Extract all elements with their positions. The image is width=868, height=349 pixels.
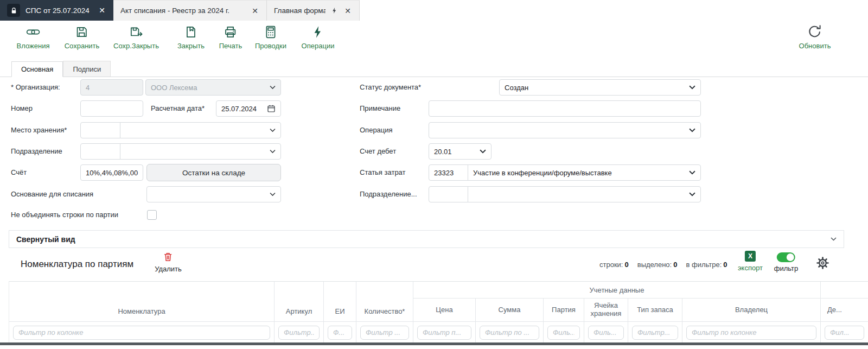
filter-cell [544, 322, 584, 343]
filter-input-extra[interactable] [825, 326, 864, 340]
attachments-button[interactable]: Вложения [17, 25, 50, 50]
print-button[interactable]: Печать [219, 25, 242, 50]
collapsed-view-bar[interactable]: Свернутый вид [9, 230, 844, 248]
gear-icon [816, 256, 829, 270]
toolbar-label: Обновить [799, 42, 831, 50]
column-header-quantity[interactable]: Количество* [356, 282, 413, 322]
calc-date-value: 25.07.2024 [221, 105, 257, 113]
printer-icon [224, 25, 238, 39]
filter-input-owner[interactable] [686, 326, 816, 340]
chevron-down-icon [480, 149, 486, 154]
column-header-stock-type[interactable]: Тип запаса [628, 299, 682, 322]
column-header-owner[interactable]: Владелец [682, 299, 821, 322]
tab-signatures[interactable]: Подписи [63, 61, 111, 77]
column-header-unit[interactable]: ЕИ [324, 282, 356, 322]
no-merge-checkbox[interactable] [147, 210, 157, 220]
organization-code-input[interactable]: 4 [80, 79, 143, 96]
storage-code-input[interactable] [80, 122, 120, 138]
operation-label: Операция [360, 122, 393, 138]
filter-cell [275, 322, 324, 343]
window-tab-document[interactable]: СПС от 25.07.2024 ✕ [0, 0, 113, 21]
horizontal-scrollbar[interactable] [0, 342, 868, 345]
filter-input-batch[interactable] [547, 326, 580, 340]
grid-stats: строки:0 выделено:0 в фильтре:0 [599, 261, 727, 269]
toolbar-label: Закрыть [177, 42, 205, 50]
account-input[interactable]: 10%,4%,08%,00 [80, 164, 143, 181]
status-select[interactable]: Создан [499, 79, 701, 96]
division-select[interactable] [120, 143, 281, 160]
postings-button[interactable]: Проводки [255, 25, 286, 50]
debit-account-value: 20.01 [434, 148, 452, 156]
toggle-switch-icon[interactable] [777, 252, 795, 262]
storage-label: Место хранения* [11, 122, 67, 138]
filter-input-stock-type[interactable] [632, 326, 678, 340]
close-tab-icon[interactable]: ✕ [251, 6, 259, 16]
column-header-sum[interactable]: Сумма [476, 299, 544, 322]
calc-date-input[interactable]: 25.07.2024 [216, 100, 281, 117]
window-tab-registry[interactable]: Акт списания - Реестр за 2024 г. ✕ [113, 0, 267, 21]
delete-row-button[interactable]: Удалить [155, 251, 182, 273]
cost-item-select[interactable]: Участие в конференции/форуме/выставке [468, 164, 701, 181]
cost-item-label: Статья затрат [360, 164, 406, 181]
filter-input-price[interactable] [417, 326, 471, 340]
save-close-button[interactable]: Сохр.Закрыть [113, 25, 159, 50]
form-tab-strip: Основная Подписи [0, 61, 868, 77]
column-header-article[interactable]: Артикул [275, 282, 324, 322]
storage-select[interactable] [120, 122, 281, 138]
note-label: Примечание [360, 100, 400, 117]
column-header-extra[interactable]: Де... [821, 299, 868, 322]
no-merge-label: Не объединять строки по партии [11, 207, 118, 223]
column-group-accounting-data: Учетные данные [413, 282, 821, 299]
division-label: Подразделение [11, 143, 62, 160]
excel-icon: X [745, 251, 756, 262]
account-label: Счёт [11, 164, 27, 181]
close-tab-icon[interactable]: ✕ [343, 6, 352, 16]
stock-balance-button[interactable]: Остатки на складе [146, 164, 281, 181]
column-header-nomenclature[interactable]: Номенклатура [9, 282, 275, 322]
filter-input-unit[interactable] [328, 326, 352, 340]
filter-input-quantity[interactable] [360, 326, 409, 340]
tab-main[interactable]: Основная [11, 61, 63, 77]
division2-code-input[interactable] [429, 186, 468, 202]
column-header-price[interactable]: Цена [413, 299, 476, 322]
lock-icon [7, 4, 20, 17]
save-button[interactable]: Сохранить [65, 25, 100, 50]
division2-select[interactable] [468, 186, 701, 202]
filter-input-article[interactable] [278, 326, 320, 340]
filter-cell [821, 322, 868, 343]
chevron-down-icon [831, 237, 837, 241]
organization-select[interactable]: ООО Лексема [145, 79, 281, 96]
close-document-button[interactable]: Закрыть [177, 25, 205, 50]
operation-select[interactable] [429, 122, 701, 138]
note-input[interactable] [429, 100, 701, 117]
refresh-button[interactable]: Обновить [799, 24, 831, 50]
calendar-icon[interactable] [267, 104, 276, 113]
number-input[interactable] [80, 100, 143, 117]
close-tab-icon[interactable]: ✕ [98, 5, 106, 15]
selected-count: выделено:0 [637, 261, 678, 269]
status-select-value: Создан [505, 84, 528, 92]
column-header-batch[interactable]: Партия [544, 299, 584, 322]
grid-settings-button[interactable] [816, 256, 829, 272]
chevron-down-icon [689, 85, 695, 90]
rows-count: строки:0 [599, 261, 629, 269]
operations-button[interactable]: Операции [302, 25, 335, 50]
export-excel-button[interactable]: X экспорт [738, 251, 763, 272]
cost-item-code-input[interactable]: 23323 [429, 164, 468, 181]
toolbar-label: Вложения [17, 42, 50, 50]
filter-input-nomenclature[interactable] [13, 326, 270, 340]
column-header-storage-cell[interactable]: Ячейка хранения [584, 299, 628, 322]
filter-cell [413, 322, 476, 343]
division-code-input[interactable] [80, 143, 120, 160]
number-label: Номер [11, 100, 33, 117]
chevron-down-icon [689, 128, 695, 132]
chevron-down-icon [270, 129, 276, 132]
writeoff-reason-select[interactable] [146, 186, 281, 202]
filter-input-sum[interactable] [480, 326, 539, 340]
window-tab-main-form[interactable]: Главная форма ✕ [267, 0, 360, 21]
filter-toggle[interactable]: фильтр [774, 252, 798, 272]
status-label: Статус документа* [360, 79, 421, 96]
filter-input-storage-cell[interactable] [588, 326, 624, 340]
debit-account-select[interactable]: 20.01 [429, 143, 492, 160]
window-tab-bar: СПС от 25.07.2024 ✕ Акт списания - Реест… [0, 0, 868, 21]
